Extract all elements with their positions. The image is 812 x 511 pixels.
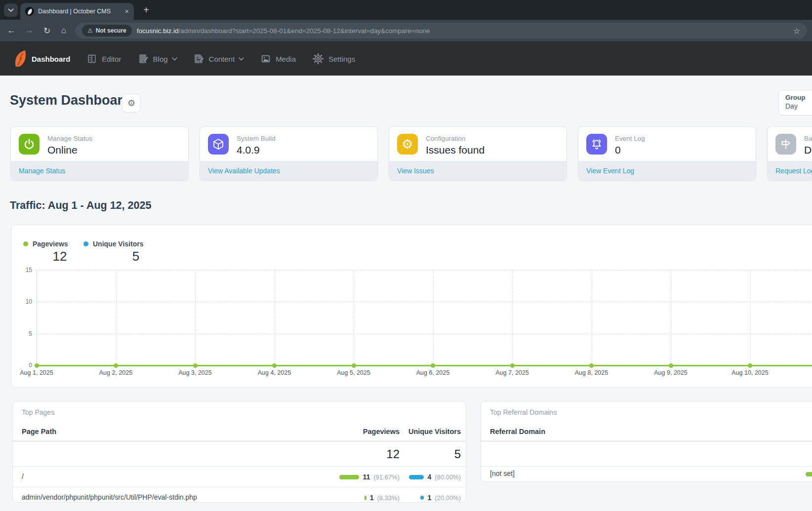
card-value: Online: [47, 144, 78, 156]
nav-item-dashboard[interactable]: Dashboard: [32, 55, 70, 63]
x-axis-tick-label: Aug 3, 2025: [168, 369, 222, 376]
home-icon[interactable]: ⌂: [56, 20, 71, 41]
browser-toolbar: ← → ↻ ⌂ ⚠ Not secure focusnic.biz.id/adm…: [0, 20, 812, 42]
card-label: Configuration: [426, 135, 465, 142]
editor-icon: [86, 53, 98, 65]
warning-icon: ⚠: [87, 27, 93, 34]
nav-item-settings[interactable]: Settings: [312, 52, 355, 65]
top-referrals-title: Top Referral Domains: [490, 408, 557, 416]
page-title: System Dashboard: [10, 93, 131, 108]
nav-media-label: Media: [276, 55, 296, 63]
media-icon: [260, 53, 272, 65]
card-value: Issues found: [426, 144, 485, 156]
reload-icon[interactable]: ↻: [40, 20, 54, 41]
october-favicon-icon: [25, 7, 34, 16]
card-label: Event Log: [615, 135, 645, 142]
view-issues-link[interactable]: View Issues: [397, 167, 434, 175]
not-secure-label: Not secure: [96, 27, 126, 34]
card-manage-status: Manage Status Online Manage Status: [10, 126, 189, 181]
manage-status-link[interactable]: Manage Status: [19, 167, 65, 175]
table-row[interactable]: admin/vendor/phpunit/phpunit/src/Util/PH…: [13, 487, 466, 508]
nav-blog-label: Blog: [153, 55, 168, 63]
config-gear-icon: ⚙: [397, 134, 418, 155]
pv-pct: (91.67%): [373, 473, 400, 481]
pageviews-point: [589, 363, 594, 368]
card-value: 0: [615, 144, 621, 156]
nav-item-blog[interactable]: Blog: [137, 53, 177, 65]
v-gridline: [671, 270, 671, 365]
group-dropdown[interactable]: Group Day: [779, 90, 812, 115]
pageviews-total: 12: [45, 249, 75, 264]
v-gridline: [195, 270, 196, 365]
x-axis-tick-label: Aug 10, 2025: [723, 369, 777, 376]
browser-tab[interactable]: Dashboard | October CMS ×: [20, 3, 134, 20]
card-footer: View Available Updates: [200, 161, 377, 180]
dashboard-settings-button[interactable]: ⚙: [122, 94, 141, 113]
nav-item-content[interactable]: Content: [193, 53, 244, 65]
pageviews-cell: 11 (91.67%): [339, 467, 400, 487]
tab-close-icon[interactable]: ×: [125, 7, 129, 15]
h-gridline: [37, 270, 812, 271]
v-gridline: [354, 270, 354, 365]
x-axis-tick-label: Aug 8, 2025: [565, 369, 619, 376]
view-updates-link[interactable]: View Available Updates: [208, 167, 280, 175]
unique-cell: 4 (80.00%): [409, 467, 461, 487]
pageviews-line: [36, 365, 812, 366]
card-value: 4.0.9: [237, 144, 260, 156]
chevron-down-icon: [239, 57, 244, 61]
page-path: admin/vendor/phpunit/phpunit/src/Util/PH…: [22, 493, 197, 501]
card-label: Bad r: [804, 135, 812, 142]
tab-search-chevron-button[interactable]: [4, 3, 18, 17]
not-secure-badge[interactable]: ⚠ Not secure: [82, 25, 132, 37]
table-row[interactable]: / 11 (91.67%) 4 (80.00%): [13, 467, 466, 487]
nav-settings-label: Settings: [328, 55, 355, 63]
pageviews-point: [748, 363, 752, 368]
new-tab-button[interactable]: +: [140, 4, 152, 16]
card-label: Manage Status: [47, 135, 92, 142]
pageviews-point: [114, 363, 118, 368]
top-pages-title: Top Pages: [22, 408, 54, 416]
green-bar: [365, 496, 366, 500]
view-event-log-link[interactable]: View Event Log: [586, 167, 634, 175]
referral-domain: [not set]: [490, 470, 515, 477]
blue-bar: [409, 475, 424, 479]
nav-content-label: Content: [209, 55, 235, 63]
x-axis-tick-label: Aug 2, 2025: [89, 369, 143, 376]
pageviews-point: [431, 363, 435, 368]
card-footer: View Issues: [389, 161, 567, 180]
nav-item-media[interactable]: Media: [260, 53, 296, 65]
nav-item-editor[interactable]: Editor: [86, 53, 121, 65]
group-value: Day: [785, 102, 806, 110]
url-text[interactable]: focusnic.biz.id/admin/dashboard?start=20…: [137, 27, 789, 35]
interval-controls[interactable]: Group Day C D: [778, 90, 812, 116]
uv-count: 1: [427, 494, 431, 502]
url-host: focusnic.biz.id: [137, 27, 179, 35]
top-pages-panel: Top Pages Page Path Pageviews Unique Vis…: [12, 401, 466, 503]
pageviews-point: [669, 363, 673, 368]
card-footer: View Event Log: [578, 161, 756, 180]
pageviews-point: [272, 363, 277, 368]
legend-unique-visitors[interactable]: Unique Visitors: [83, 240, 143, 248]
v-gridline: [750, 270, 751, 365]
legend-pageviews[interactable]: Pageviews: [23, 240, 68, 248]
nav-dashboard-label: Dashboard: [32, 55, 70, 63]
address-bar[interactable]: ⚠ Not secure focusnic.biz.id/admin/dashb…: [75, 23, 807, 39]
back-icon[interactable]: ←: [4, 20, 19, 41]
uv-count: 4: [427, 473, 431, 481]
green-bar: [806, 472, 812, 476]
x-axis-tick-label: Aug 6, 2025: [406, 369, 460, 376]
pageviews-point: [193, 363, 198, 368]
forward-icon[interactable]: →: [22, 20, 37, 41]
col-referral-domain: Referral Domain: [490, 428, 545, 435]
col-page-path: Page Path: [22, 428, 56, 435]
tab-title: Dashboard | October CMS: [38, 8, 121, 15]
request-log-link[interactable]: Request Log: [775, 167, 812, 175]
cube-icon: [208, 134, 229, 155]
top-referrals-panel: Top Referral Domains Referral Domain [no…: [481, 401, 812, 482]
table-row[interactable]: [not set]: [481, 467, 812, 482]
october-logo-icon: [14, 50, 27, 68]
pageviews-point: [510, 363, 515, 368]
bookmark-star-icon[interactable]: ☆: [793, 26, 800, 36]
v-gridline: [433, 270, 434, 365]
card-footer: Manage Status: [11, 161, 188, 180]
